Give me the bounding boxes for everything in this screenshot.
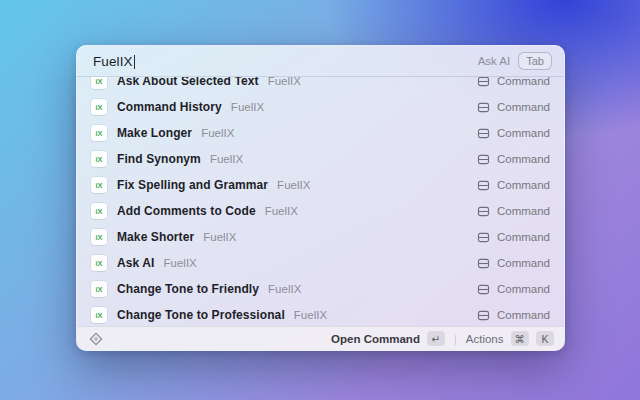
command-type-label: Command bbox=[497, 153, 550, 165]
command-subtitle: FuelIX bbox=[203, 231, 236, 243]
command-type-label: Command bbox=[497, 257, 550, 269]
list-item[interactable]: iX Make Longer FuelIX Command bbox=[85, 120, 556, 146]
fuelix-app-icon: iX bbox=[91, 203, 107, 219]
command-type-label: Command bbox=[497, 231, 550, 243]
list-item[interactable]: iX Ask AI FuelIX Command bbox=[85, 250, 556, 276]
command-subtitle: FuelIX bbox=[210, 153, 243, 165]
open-command-label[interactable]: Open Command bbox=[331, 333, 420, 345]
command-window-icon bbox=[477, 231, 490, 244]
command-right: Command bbox=[477, 101, 550, 114]
fuelix-app-icon: iX bbox=[91, 99, 107, 115]
command-subtitle: FuelIX bbox=[268, 283, 301, 295]
command-window-icon bbox=[477, 309, 490, 322]
command-title: Make Shorter bbox=[117, 230, 194, 244]
command-title: Fix Spelling and Grammar bbox=[117, 178, 268, 192]
return-key-badge: ↵ bbox=[427, 331, 445, 346]
command-right: Command bbox=[477, 231, 550, 244]
command-type-label: Command bbox=[497, 77, 550, 87]
search-bar: FuelIX Ask AI Tab bbox=[77, 46, 564, 77]
command-right: Command bbox=[477, 127, 550, 140]
command-window-icon bbox=[477, 77, 490, 88]
command-title: Change Tone to Friendly bbox=[117, 282, 259, 296]
list-item[interactable]: iX Fix Spelling and Grammar FuelIX Comma… bbox=[85, 172, 556, 198]
fuelix-app-icon: iX bbox=[91, 307, 107, 323]
command-window-icon bbox=[477, 179, 490, 192]
command-title: Add Comments to Code bbox=[117, 204, 256, 218]
command-right: Command bbox=[477, 257, 550, 270]
list-item[interactable]: iX Change Tone to Friendly FuelIX Comman… bbox=[85, 276, 556, 302]
command-right: Command bbox=[477, 283, 550, 296]
search-bar-right: Ask AI Tab bbox=[478, 52, 552, 70]
k-key-badge: K bbox=[536, 331, 554, 346]
fuelix-app-icon: iX bbox=[91, 77, 107, 89]
command-subtitle: FuelIX bbox=[231, 101, 264, 113]
command-right: Command bbox=[477, 179, 550, 192]
fuelix-app-icon: iX bbox=[91, 281, 107, 297]
ask-ai-hint: Ask AI bbox=[478, 55, 511, 67]
command-title: Change Tone to Professional bbox=[117, 308, 285, 322]
command-list: iX Ask About Selected Text FuelIX Comman… bbox=[77, 77, 564, 326]
command-type-label: Command bbox=[497, 283, 550, 295]
command-subtitle: FuelIX bbox=[294, 309, 327, 321]
command-window-icon bbox=[477, 283, 490, 296]
command-right: Command bbox=[477, 153, 550, 166]
command-window-icon bbox=[477, 127, 490, 140]
command-type-label: Command bbox=[497, 101, 550, 113]
fuelix-app-icon: iX bbox=[91, 125, 107, 141]
footer-actions: Open Command ↵ | Actions ⌘ K bbox=[331, 331, 554, 346]
command-type-label: Command bbox=[497, 127, 550, 139]
command-type-label: Command bbox=[497, 205, 550, 217]
command-window-icon bbox=[477, 153, 490, 166]
command-right: Command bbox=[477, 309, 550, 322]
command-type-label: Command bbox=[497, 179, 550, 191]
fuelix-app-icon: iX bbox=[91, 151, 107, 167]
fuelix-app-icon: iX bbox=[91, 229, 107, 245]
list-item[interactable]: iX Add Comments to Code FuelIX Command bbox=[85, 198, 556, 224]
list-item[interactable]: iX Command History FuelIX Command bbox=[85, 94, 556, 120]
command-window-icon bbox=[477, 205, 490, 218]
command-type-label: Command bbox=[497, 309, 550, 321]
command-subtitle: FuelIX bbox=[164, 257, 197, 269]
command-subtitle: FuelIX bbox=[201, 127, 234, 139]
actions-label[interactable]: Actions bbox=[466, 333, 504, 345]
list-item[interactable]: iX Make Shorter FuelIX Command bbox=[85, 224, 556, 250]
search-input[interactable]: FuelIX bbox=[93, 54, 135, 69]
command-subtitle: FuelIX bbox=[265, 205, 298, 217]
footer-bar: Open Command ↵ | Actions ⌘ K bbox=[77, 326, 564, 350]
command-right: Command bbox=[477, 205, 550, 218]
app-logo-icon bbox=[89, 332, 103, 346]
command-title: Find Synonym bbox=[117, 152, 201, 166]
text-caret bbox=[134, 55, 136, 69]
command-subtitle: FuelIX bbox=[268, 77, 301, 87]
fuelix-app-icon: iX bbox=[91, 177, 107, 193]
list-item[interactable]: iX Change Tone to Professional FuelIX Co… bbox=[85, 302, 556, 326]
command-title: Ask About Selected Text bbox=[117, 77, 259, 88]
command-palette-window: FuelIX Ask AI Tab iX Ask About Selected … bbox=[76, 45, 565, 351]
list-item[interactable]: iX Ask About Selected Text FuelIX Comman… bbox=[85, 77, 556, 94]
command-title: Make Longer bbox=[117, 126, 192, 140]
footer-divider: | bbox=[454, 333, 457, 345]
command-title: Command History bbox=[117, 100, 222, 114]
tab-key-badge[interactable]: Tab bbox=[518, 52, 552, 70]
command-window-icon bbox=[477, 257, 490, 270]
command-right: Command bbox=[477, 77, 550, 88]
cmd-key-badge: ⌘ bbox=[511, 331, 530, 346]
search-input-value: FuelIX bbox=[93, 54, 133, 69]
command-window-icon bbox=[477, 101, 490, 114]
command-title: Ask AI bbox=[117, 256, 155, 270]
command-subtitle: FuelIX bbox=[277, 179, 310, 191]
list-item[interactable]: iX Find Synonym FuelIX Command bbox=[85, 146, 556, 172]
fuelix-app-icon: iX bbox=[91, 255, 107, 271]
